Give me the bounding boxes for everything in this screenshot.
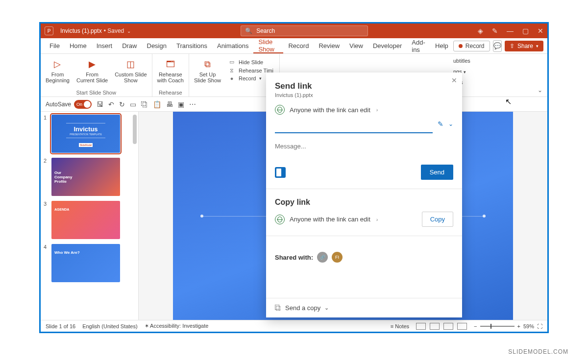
share-title: Send link (275, 81, 453, 91)
setup-icon: ⧉ (204, 58, 211, 71)
notes-button[interactable]: ≡ Notes (391, 323, 409, 329)
ribbon-group-label: Start Slide Show (76, 89, 116, 96)
zoom-in-icon[interactable]: + (517, 323, 520, 329)
maximize-icon[interactable]: ▢ (522, 27, 529, 35)
custom-show-icon: ◫ (126, 58, 135, 71)
reading-view-icon[interactable] (443, 323, 453, 330)
tab-review[interactable]: Review (314, 38, 344, 53)
thumbnail-4[interactable]: 4 Who We Are? (44, 244, 135, 282)
tab-design[interactable]: Design (142, 38, 172, 53)
chevron-right-icon: › (376, 217, 378, 222)
from-current-slide-button[interactable]: ▶From Current Slide (74, 57, 111, 84)
rehearse-coach-button[interactable]: 🗔Rehearse with Coach (154, 57, 187, 84)
more-icon[interactable]: ⋯ (189, 100, 196, 108)
print-icon[interactable]: 🖶 (166, 100, 173, 108)
chevron-down-icon: ▾ (536, 44, 539, 49)
shared-avatar-user[interactable]: FI (332, 252, 343, 263)
thumbnail-scrollbar[interactable] (133, 115, 137, 144)
normal-view-icon[interactable] (416, 323, 426, 330)
pencil-icon[interactable]: ✎ (438, 120, 443, 128)
tab-record[interactable]: Record (283, 38, 314, 53)
save-icon[interactable]: 🖫 (97, 100, 103, 108)
slide-counter[interactable]: Slide 1 of 16 (46, 323, 75, 329)
tab-transitions[interactable]: Transitions (172, 38, 212, 53)
thumbnail-3[interactable]: 3 AGENDA (44, 201, 135, 239)
hide-icon: ▭ (228, 59, 236, 65)
filename-chevron-icon[interactable]: ⌄ (127, 28, 131, 34)
powerpoint-icon: P (45, 26, 53, 35)
subtitles-label: ubtitles (453, 58, 470, 64)
app-window: P Invictus (1).pptx • Saved ⌄ 🔍 Search ◈… (39, 22, 549, 333)
coming-soon-icon[interactable]: ✎ (492, 27, 498, 35)
tab-insert[interactable]: Insert (92, 38, 118, 53)
copy-icon[interactable]: ⿻ (141, 100, 148, 108)
zoom-control[interactable]: − + 59% ⛶ (474, 323, 542, 329)
tab-developer[interactable]: Developer (368, 38, 407, 53)
minimize-icon[interactable]: — (507, 27, 514, 35)
slide-thumbnails: 1 Invictus PRESENTATION TEMPLATE SlideMo… (41, 112, 139, 320)
play-current-icon: ▶ (89, 58, 96, 71)
thumbnail-2[interactable]: 2 Our Company Profile (44, 158, 135, 196)
custom-slideshow-button[interactable]: ◫Custom Slide Show (112, 57, 149, 84)
close-icon[interactable]: ✕ (538, 27, 543, 35)
chevron-down-icon: ▾ (259, 76, 262, 81)
zoom-slider[interactable] (480, 326, 514, 327)
search-icon: 🔍 (245, 27, 252, 34)
copy-button[interactable]: Copy (422, 212, 453, 227)
chevron-down-icon[interactable]: ⌄ (448, 121, 453, 127)
recipient-input[interactable] (275, 121, 433, 133)
language-status[interactable]: English (United States) (82, 323, 138, 329)
copy-file-icon: ⿻ (275, 304, 281, 312)
search-input[interactable]: 🔍 Search (241, 25, 368, 36)
accessibility-status[interactable]: ✶ Accessibility: Investigate (145, 323, 209, 329)
slideshow-view-icon[interactable] (457, 323, 467, 330)
setup-slideshow-button[interactable]: ⧉Set Up Slide Show (191, 57, 224, 84)
present-icon[interactable]: ▣ (178, 100, 184, 108)
copy-permission-button[interactable]: Anyone with the link can edit (290, 216, 370, 223)
dialog-close-icon[interactable]: ✕ (451, 76, 457, 84)
autosave-toggle[interactable]: AutoSave On (46, 100, 92, 109)
hide-slide-button[interactable]: ▭Hide Slide (228, 59, 273, 65)
redo-icon[interactable]: ↻ (119, 100, 125, 108)
message-input[interactable] (275, 140, 453, 152)
comments-button[interactable]: 💬 (493, 40, 502, 52)
ribbon-collapse-chevron-icon[interactable]: ⌄ (538, 87, 542, 94)
watermark: SLIDEMODEL.COM (508, 348, 568, 355)
record-dot-icon (459, 44, 463, 48)
tab-home[interactable]: Home (65, 38, 92, 53)
toggle-on-icon: On (74, 100, 92, 109)
undo-icon[interactable]: ↶ (108, 100, 114, 108)
record-button[interactable]: Record (453, 41, 490, 51)
tab-addins[interactable]: Add-ins (407, 38, 430, 53)
zoom-out-icon[interactable]: − (474, 323, 477, 329)
chevron-down-icon: ▾ (464, 70, 466, 74)
timer-icon: ⧖ (228, 67, 236, 73)
chevron-right-icon: › (376, 107, 378, 113)
zoom-percent[interactable]: 59% (523, 323, 534, 329)
share-button[interactable]: ⇧Share▾ (505, 41, 543, 51)
link-permission-button[interactable]: Anyone with the link can edit › (275, 105, 453, 115)
outlook-icon[interactable] (275, 167, 286, 178)
from-beginning-button[interactable]: ▷From Beginning (43, 57, 73, 84)
tab-draw[interactable]: Draw (117, 38, 142, 53)
premium-icon[interactable]: ◈ (478, 27, 483, 35)
send-a-copy-button[interactable]: ⿻ Send a copy ⌄ (266, 298, 462, 317)
fit-window-icon[interactable]: ⛶ (537, 323, 542, 329)
coach-icon: 🗔 (166, 58, 175, 71)
tab-slide-show[interactable]: Slide Show (253, 38, 283, 53)
menubar: File Home Insert Draw Design Transitions… (41, 38, 547, 54)
shared-avatar-link[interactable]: 🔗 (317, 252, 328, 263)
paste-icon[interactable]: 📋 (153, 100, 161, 108)
tab-view[interactable]: View (344, 38, 368, 53)
send-button[interactable]: Send (421, 165, 453, 180)
sorter-view-icon[interactable] (430, 323, 440, 330)
globe-icon (275, 215, 285, 224)
thumbnail-1[interactable]: 1 Invictus PRESENTATION TEMPLATE SlideMo… (44, 115, 135, 153)
tab-help[interactable]: Help (430, 38, 453, 53)
copy-link-title: Copy link (275, 198, 453, 207)
tab-animations[interactable]: Animations (212, 38, 253, 53)
tab-file[interactable]: File (45, 38, 65, 53)
document-filename[interactable]: Invictus (1).pptx (60, 27, 102, 34)
titlebar: P Invictus (1).pptx • Saved ⌄ 🔍 Search ◈… (41, 24, 547, 38)
new-slide-icon[interactable]: ▭ (130, 100, 136, 108)
